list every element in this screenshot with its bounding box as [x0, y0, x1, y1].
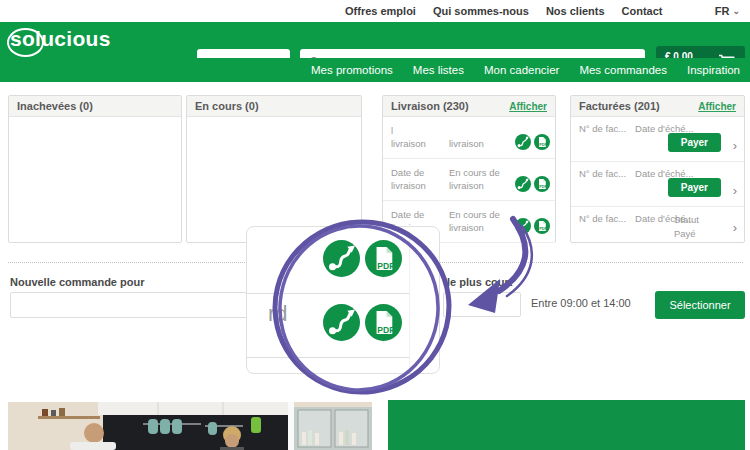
chevron-right-icon[interactable]: ›: [733, 183, 737, 198]
chevron-right-icon[interactable]: ›: [733, 220, 737, 235]
pdf-icon[interactable]: [534, 176, 550, 192]
link-contact[interactable]: Contact: [622, 5, 663, 17]
delivery-row: Date delivraison En cours delivraison: [383, 159, 555, 201]
card-divider: [247, 293, 409, 294]
pdf-icon[interactable]: [534, 218, 550, 234]
afficher-link[interactable]: Afficher: [509, 101, 547, 112]
main-header: solucious Assortiment ⌄ € 0,00 0 article…: [0, 22, 750, 58]
nav-inspiration[interactable]: Inspiration: [687, 64, 740, 76]
route-icon[interactable]: [515, 218, 531, 234]
panel-title: En cours (0): [195, 100, 259, 112]
panel-header: Livraison (230) Afficher: [383, 96, 555, 117]
panel-title: Inachevées (0): [17, 100, 93, 112]
kitchen-photo: [8, 402, 372, 450]
selectionner-button[interactable]: Sélectionner: [655, 291, 745, 319]
time-window-text: Entre 09:00 et 14:00: [531, 297, 631, 309]
route-icon[interactable]: [515, 176, 531, 192]
panel-en-cours: En cours (0): [186, 95, 362, 243]
nav-mes-listes[interactable]: Mes listes: [413, 64, 464, 76]
panel-header: Facturées (201) Afficher: [571, 96, 744, 117]
pdf-icon[interactable]: [534, 134, 550, 150]
payer-button[interactable]: Payer: [668, 133, 721, 152]
nav-mon-cadencier[interactable]: Mon cadencier: [484, 64, 559, 76]
payer-button[interactable]: Payer: [668, 178, 721, 197]
shortest-delivery-label: le plus court: [447, 276, 512, 288]
route-icon[interactable]: [515, 134, 531, 150]
utility-bar: Offres emploi Qui sommes-nous Nos client…: [0, 0, 750, 22]
panel-facturees: Facturées (201) Afficher N° de fac... Da…: [570, 95, 745, 243]
route-icon[interactable]: [323, 240, 360, 277]
magnified-icon-pair: [323, 240, 402, 277]
link-nos-clients[interactable]: Nos clients: [546, 5, 605, 17]
language-label: FR: [715, 5, 730, 17]
delivery-date-input[interactable]: [443, 292, 521, 317]
delivery-row: llivraison livraison: [383, 117, 555, 159]
invoice-number: N° de fac...: [579, 213, 626, 224]
language-selector[interactable]: FR ⌄: [715, 0, 740, 22]
magnified-icon-pair: [323, 304, 402, 341]
panel-inachevees: Inachevées (0): [8, 95, 182, 243]
card-divider: [247, 357, 409, 358]
invoice-row: N° de fac... Date d'éché... Payer ›: [571, 117, 744, 162]
invoice-status: Statut Payé: [674, 213, 699, 242]
new-order-input[interactable]: [10, 292, 286, 318]
status-value: Payé: [674, 228, 696, 239]
chevron-right-icon[interactable]: ›: [733, 138, 737, 153]
link-qui-sommes-nous[interactable]: Qui sommes-nous: [433, 5, 529, 17]
truncated-text: rd: [268, 301, 288, 327]
afficher-link[interactable]: Afficher: [698, 101, 736, 112]
chevron-down-icon: ⌄: [732, 7, 740, 16]
page: Offres emploi Qui sommes-nous Nos client…: [0, 0, 750, 450]
panel-header: Inachevées (0): [9, 96, 181, 117]
invoice-number: N° de fac...: [579, 123, 626, 134]
panel-livraison: Livraison (230) Afficher llivraison livr…: [382, 95, 556, 243]
invoice-row: N° de fac... Date d'éché... Statut Payé …: [571, 207, 744, 244]
solucious-logo[interactable]: solucious: [10, 27, 111, 51]
utility-links: Offres emploi Qui sommes-nous Nos client…: [345, 0, 663, 22]
logo-text: solucious: [10, 27, 111, 50]
panel-title: Facturées (201): [579, 100, 660, 112]
link-offres-emploi[interactable]: Offres emploi: [345, 5, 416, 17]
panel-header: En cours (0): [187, 96, 361, 117]
route-icon[interactable]: [323, 304, 360, 341]
nav-mes-commandes[interactable]: Mes commandes: [579, 64, 667, 76]
new-order-label: Nouvelle commande pour: [10, 276, 144, 288]
green-banner: [388, 400, 745, 450]
nav-mes-promotions[interactable]: Mes promotions: [311, 64, 393, 76]
kitchen-photo-art: [8, 402, 372, 450]
invoice-number: N° de fac...: [579, 168, 626, 179]
pdf-icon[interactable]: [365, 240, 402, 277]
card-inner-border: [409, 231, 410, 369]
magnified-card: rd: [246, 226, 440, 374]
invoice-row: N° de fac... Date d'éché... Payer ›: [571, 162, 744, 207]
account-nav: Mes promotions Mes listes Mon cadencier …: [0, 58, 750, 82]
pdf-icon[interactable]: [365, 304, 402, 341]
status-label: Statut: [674, 214, 699, 225]
panel-title: Livraison (230): [391, 100, 469, 112]
